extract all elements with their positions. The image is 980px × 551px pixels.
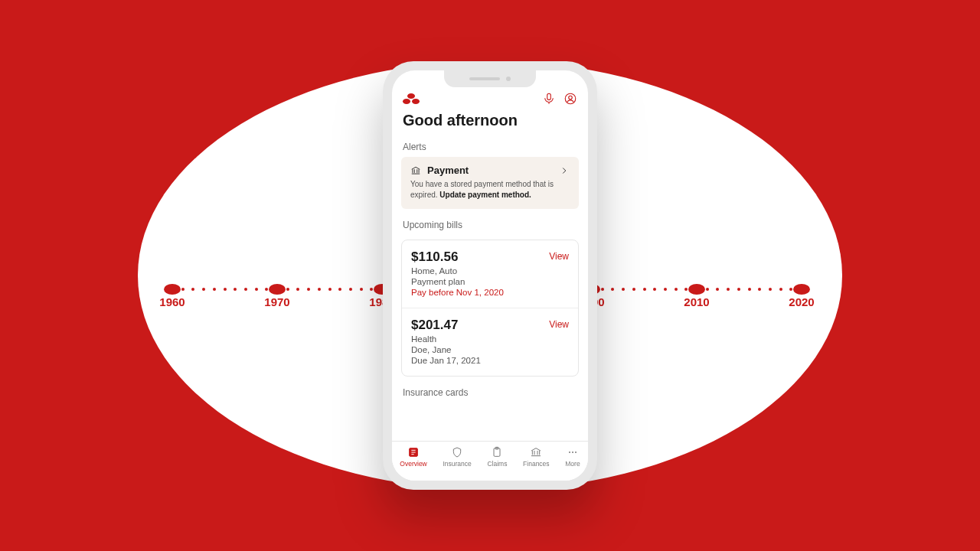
tab-more[interactable]: More <box>564 446 581 468</box>
brand-logo <box>403 93 420 104</box>
tab-label: Insurance <box>443 460 471 468</box>
alert-card-payment[interactable]: Payment You have a stored payment method… <box>401 157 579 209</box>
bill-line: Home, Auto <box>411 266 569 276</box>
phone-notch <box>444 70 536 87</box>
tab-label: Overview <box>400 460 426 468</box>
bank-icon <box>410 165 421 176</box>
tab-claims[interactable]: Claims <box>485 446 508 468</box>
alerts-heading: Alerts <box>392 137 588 157</box>
tab-label: Finances <box>523 460 550 468</box>
tab-insurance[interactable]: Insurance <box>441 446 472 468</box>
app-screen: Good afternoon Alerts Payment You have a… <box>392 70 588 481</box>
svg-point-7 <box>572 452 573 453</box>
view-bill-link[interactable]: View <box>549 319 569 330</box>
tab-overview[interactable]: Overview <box>398 446 428 468</box>
svg-point-8 <box>575 452 577 453</box>
bill-due: Due Jan 17, 2021 <box>411 356 569 365</box>
bills-list: $110.56 View Home, Auto Payment plan Pay… <box>401 240 579 377</box>
tab-label: More <box>565 460 580 468</box>
bill-line: Health <box>411 334 569 344</box>
insurance-cards-heading: Insurance cards <box>392 377 588 403</box>
upcoming-bills-heading: Upcoming bills <box>392 209 588 235</box>
svg-rect-0 <box>547 93 551 99</box>
mic-icon[interactable] <box>542 92 556 106</box>
bill-item[interactable]: $110.56 View Home, Auto Payment plan Pay… <box>402 240 578 308</box>
bill-item[interactable]: $201.47 View Health Doe, Jane Due Jan 17… <box>402 308 578 376</box>
chevron-right-icon <box>559 165 570 176</box>
svg-point-6 <box>569 452 570 453</box>
bill-due: Pay before Nov 1, 2020 <box>411 288 569 297</box>
tab-bar: Overview Insurance Claims Finances More <box>392 441 588 481</box>
greeting-text: Good afternoon <box>392 109 588 137</box>
tab-finances[interactable]: Finances <box>521 446 551 468</box>
bill-line: Doe, Jane <box>411 345 569 354</box>
bill-amount: $110.56 <box>411 249 569 265</box>
svg-point-2 <box>569 96 573 99</box>
alert-title: Payment <box>427 165 553 176</box>
bill-line: Payment plan <box>411 277 569 286</box>
svg-point-1 <box>565 93 576 104</box>
alert-body: You have a stored payment method that is… <box>410 179 570 200</box>
view-bill-link[interactable]: View <box>549 251 569 262</box>
profile-icon[interactable] <box>564 92 577 106</box>
bill-amount: $201.47 <box>411 318 569 333</box>
tab-label: Claims <box>487 460 507 468</box>
phone-mockup: Good afternoon Alerts Payment You have a… <box>383 61 597 490</box>
